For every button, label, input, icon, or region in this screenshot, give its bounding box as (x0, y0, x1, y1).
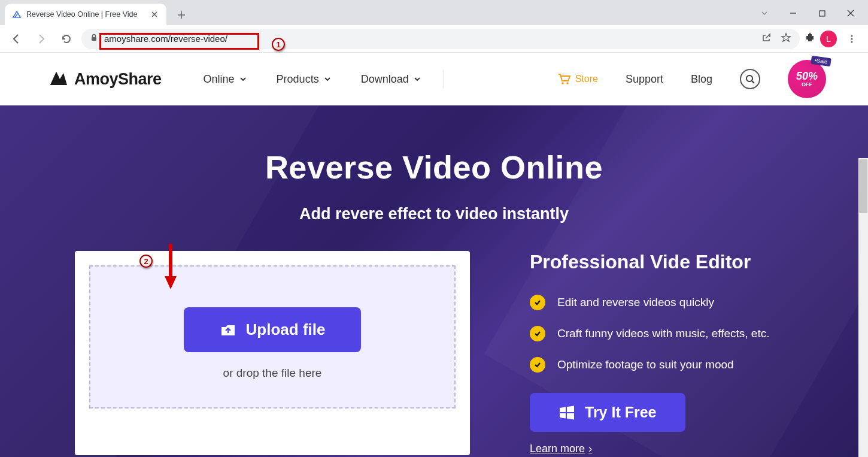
profile-avatar[interactable]: L (820, 31, 837, 47)
hero-title: Reverse Video Online (0, 149, 868, 186)
tab-strip: Reverse Video Online | Free Vide (0, 0, 868, 25)
browser-tab[interactable]: Reverse Video Online | Free Vide (5, 4, 166, 25)
menu-icon[interactable] (842, 29, 862, 49)
extensions-icon[interactable] (805, 32, 815, 46)
logo-icon (48, 69, 68, 89)
star-icon[interactable] (781, 32, 791, 46)
minimize-button[interactable] (779, 4, 807, 23)
svg-rect-1 (92, 37, 96, 41)
nav-support[interactable]: Support (626, 73, 663, 86)
check-icon (530, 326, 545, 341)
forward-button[interactable] (31, 29, 51, 49)
sale-off: OFF (802, 81, 812, 87)
features-title: Professional Vide Editor (530, 251, 793, 273)
feature-text: Craft funny videos with music, effects, … (557, 327, 769, 340)
svg-point-6 (566, 82, 569, 84)
feature-item: Craft funny videos with music, effects, … (530, 326, 793, 341)
upload-file-button[interactable]: Upload file (184, 307, 362, 352)
chevron-down-icon (414, 75, 421, 83)
search-icon (745, 74, 755, 84)
drop-text: or drop the file here (102, 367, 442, 380)
close-window-button[interactable] (837, 4, 864, 23)
browser-toolbar: amoyshare.com/reverse-video/ L (0, 25, 868, 53)
check-icon (530, 295, 545, 310)
nav-right: Store Support Blog •Sale 50% OFF (557, 60, 826, 98)
svg-point-5 (562, 82, 564, 84)
reload-button[interactable] (56, 29, 77, 49)
lock-icon (90, 34, 98, 44)
upload-dropzone[interactable]: Upload file or drop the file here (89, 265, 456, 408)
nav-divider (444, 70, 444, 88)
sale-badge[interactable]: •Sale 50% OFF (788, 60, 826, 98)
svg-point-2 (851, 35, 853, 37)
check-icon (530, 357, 545, 373)
nav-online[interactable]: Online (204, 73, 247, 86)
feature-item: Optimize footage to suit your mood (530, 357, 793, 373)
chevron-right-icon: › (588, 443, 592, 455)
chevron-down-icon (324, 75, 331, 83)
hero-section: Reverse Video Online Add revere effect t… (0, 105, 868, 457)
address-bar[interactable]: amoyshare.com/reverse-video/ (81, 29, 800, 49)
tab-title: Reverse Video Online | Free Vide (26, 10, 145, 19)
nav-download[interactable]: Download (361, 73, 421, 86)
features-panel: Professional Vide Editor Edit and revers… (530, 251, 793, 455)
upload-icon (220, 323, 236, 337)
url-text: amoyshare.com/reverse-video/ (104, 34, 227, 44)
svg-point-3 (851, 38, 853, 40)
feature-item: Edit and reverse videos quickly (530, 295, 793, 310)
main-nav: Online Products Download (204, 73, 421, 86)
try-free-button[interactable]: Try It Free (530, 393, 685, 432)
close-icon[interactable] (150, 10, 159, 19)
sale-tag: •Sale (811, 56, 831, 66)
maximize-button[interactable] (808, 4, 836, 23)
feature-text: Edit and reverse videos quickly (557, 296, 714, 309)
annotation-arrow-icon (162, 243, 179, 293)
nav-products[interactable]: Products (277, 73, 331, 86)
new-tab-button[interactable] (172, 6, 190, 24)
upload-card: 2 Upload file or drop the file here (75, 251, 470, 455)
svg-rect-0 (820, 11, 825, 16)
site-header: AmoyShare Online Products Download Store… (0, 53, 868, 105)
windows-icon (559, 405, 575, 420)
cart-icon (557, 73, 570, 85)
svg-point-7 (746, 75, 752, 81)
learn-more-link[interactable]: Learn more › (530, 443, 592, 455)
annotation-marker-1: 1 (272, 38, 285, 51)
nav-store[interactable]: Store (557, 73, 598, 85)
feature-text: Optimize footage to suit your mood (557, 358, 734, 371)
favicon-icon (12, 10, 22, 19)
back-button[interactable] (6, 29, 26, 49)
svg-point-4 (851, 41, 853, 43)
hero-subtitle: Add revere effect to video instantly (0, 205, 868, 223)
logo-text: AmoyShare (74, 70, 162, 89)
chevron-down-icon (239, 75, 247, 83)
annotation-marker-2: 2 (139, 255, 153, 268)
nav-blog[interactable]: Blog (691, 73, 712, 86)
logo[interactable]: AmoyShare (48, 69, 162, 89)
dropdown-icon[interactable] (751, 4, 778, 23)
browser-chrome: Reverse Video Online | Free Vide amoysha… (0, 0, 868, 53)
search-button[interactable] (740, 69, 760, 89)
sale-percent: 50% (796, 71, 818, 81)
share-icon[interactable] (761, 32, 772, 46)
window-controls (751, 1, 868, 25)
